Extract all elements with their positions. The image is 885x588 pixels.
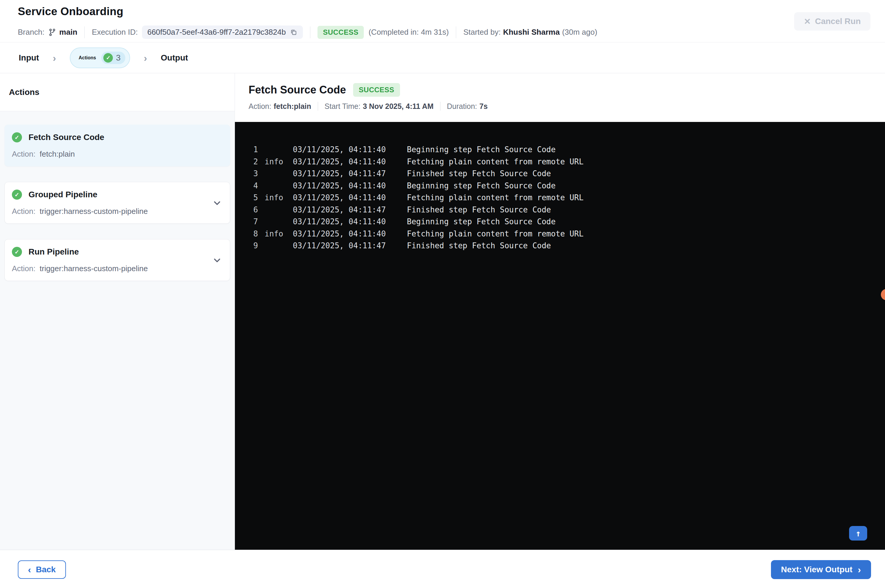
divider	[310, 26, 310, 38]
action-card-run-pipeline[interactable]: ✓ Run Pipeline Action:trigger:harness-cu…	[5, 239, 230, 281]
log-line-number: 1	[253, 144, 265, 156]
log-line: 903/11/2025, 04:11:47Finished step Fetch…	[253, 240, 885, 252]
log-level	[265, 168, 293, 180]
git-branch-icon	[48, 28, 56, 36]
action-card-meta: Action:trigger:harness-custom-pipeline	[12, 207, 223, 216]
branch-label: Branch:	[18, 28, 45, 37]
chevron-down-icon[interactable]	[212, 198, 222, 208]
sidebar-heading: Actions	[0, 73, 235, 111]
close-icon: ✕	[804, 16, 811, 26]
divider	[84, 26, 85, 38]
log-level	[265, 216, 293, 228]
log-message: Beginning step Fetch Source Code	[407, 216, 555, 228]
detail-title-row: Fetch Source Code SUCCESS	[248, 83, 885, 97]
footer-bar: ‹ Back Next: View Output ›	[0, 550, 885, 588]
step-input[interactable]: Input	[19, 53, 39, 63]
completed-in-text: (Completed in: 4m 31s)	[369, 28, 449, 37]
chevron-right-icon: ›	[53, 53, 56, 63]
log-line-number: 8	[253, 228, 265, 240]
action-card-grouped-pipeline[interactable]: ✓ Grouped Pipeline Action:trigger:harnes…	[5, 182, 230, 224]
log-line: 303/11/2025, 04:11:47Finished step Fetch…	[253, 168, 885, 180]
log-message: Fetching plain content from remote URL	[407, 192, 584, 204]
top-header: Service Onboarding Branch: main Executio…	[0, 0, 885, 42]
action-label: Action:	[12, 264, 36, 273]
log-lines: 103/11/2025, 04:11:40Beginning step Fetc…	[235, 122, 885, 252]
chevron-down-icon[interactable]	[212, 255, 222, 265]
log-timestamp: 03/11/2025, 04:11:47	[293, 168, 407, 180]
action-label: Action:	[12, 207, 36, 216]
success-check-icon: ✓	[12, 247, 22, 257]
step-actions[interactable]: Actions ✓ 3	[70, 48, 130, 68]
log-console[interactable]: 103/11/2025, 04:11:40Beginning step Fetc…	[235, 122, 885, 550]
copy-icon[interactable]	[290, 28, 298, 36]
action-label: Action:	[12, 150, 36, 158]
log-line: 603/11/2025, 04:11:47Finished step Fetch…	[253, 204, 885, 216]
log-timestamp: 03/11/2025, 04:11:40	[293, 144, 407, 156]
step-actions-count-pill: ✓ 3	[101, 52, 125, 64]
step-actions-count: 3	[116, 53, 120, 63]
log-line-number: 3	[253, 168, 265, 180]
step-detail-header: Fetch Source Code SUCCESS Action:fetch:p…	[235, 73, 885, 122]
log-message: Finished step Fetch Source Code	[407, 240, 551, 252]
cancel-run-button[interactable]: ✕ Cancel Run	[794, 12, 870, 30]
log-message: Finished step Fetch Source Code	[407, 204, 551, 216]
actions-sidebar: Actions ✓ Fetch Source Code Action:fetch…	[0, 73, 235, 550]
log-message: Fetching plain content from remote URL	[407, 228, 584, 240]
stepper: Input › Actions ✓ 3 › Output	[0, 43, 885, 73]
next-view-output-button[interactable]: Next: View Output ›	[771, 560, 871, 579]
log-line-number: 7	[253, 216, 265, 228]
back-button[interactable]: ‹ Back	[18, 560, 66, 579]
step-output[interactable]: Output	[161, 53, 188, 63]
log-timestamp: 03/11/2025, 04:11:47	[293, 204, 407, 216]
log-line-number: 2	[253, 156, 265, 168]
action-card-fetch-source-code[interactable]: ✓ Fetch Source Code Action:fetch:plain	[5, 124, 230, 166]
log-line: 8info03/11/2025, 04:11:40Fetching plain …	[253, 228, 885, 240]
scroll-to-top-button[interactable]: ↑	[849, 526, 867, 540]
action-card-title: Grouped Pipeline	[29, 190, 98, 200]
arrow-up-icon: ↑	[855, 528, 861, 538]
log-line: 403/11/2025, 04:11:40Beginning step Fetc…	[253, 180, 885, 192]
log-timestamp: 03/11/2025, 04:11:40	[293, 192, 407, 204]
detail-action-label: Action:	[248, 102, 271, 111]
cancel-run-label: Cancel Run	[815, 16, 861, 26]
execution-id-label: Execution ID:	[92, 28, 138, 37]
log-timestamp: 03/11/2025, 04:11:40	[293, 180, 407, 192]
log-level	[265, 144, 293, 156]
log-level	[265, 180, 293, 192]
success-check-icon: ✓	[12, 190, 22, 200]
success-check-icon: ✓	[12, 132, 22, 142]
log-line-number: 5	[253, 192, 265, 204]
check-circle-icon: ✓	[103, 53, 113, 63]
chevron-right-icon: ›	[858, 565, 861, 574]
log-level: info	[265, 192, 293, 204]
action-value: trigger:harness-custom-pipeline	[40, 264, 148, 273]
action-value: trigger:harness-custom-pipeline	[40, 207, 148, 216]
action-card-title: Run Pipeline	[29, 247, 79, 256]
card-title-row: ✓ Fetch Source Code	[12, 132, 223, 142]
action-card-meta: Action:trigger:harness-custom-pipeline	[12, 264, 223, 273]
execution-meta-row: Branch: main Execution ID: 660f50a7-5eef…	[18, 26, 597, 39]
detail-start-label: Start Time:	[325, 102, 361, 111]
started-by-label: Started by:	[463, 28, 501, 37]
chevron-right-icon: ›	[144, 53, 147, 63]
log-line-number: 9	[253, 240, 265, 252]
back-label: Back	[36, 565, 56, 574]
detail-status-badge: SUCCESS	[353, 83, 400, 97]
detail-duration-label: Duration:	[447, 102, 477, 111]
log-level	[265, 240, 293, 252]
detail-action-value: fetch:plain	[274, 102, 311, 111]
action-value: fetch:plain	[40, 150, 75, 158]
actions-list: ✓ Fetch Source Code Action:fetch:plain ✓…	[0, 111, 235, 550]
log-line: 703/11/2025, 04:11:40Beginning step Fetc…	[253, 216, 885, 228]
log-timestamp: 03/11/2025, 04:11:47	[293, 240, 407, 252]
branch-name: main	[59, 28, 78, 37]
log-message: Beginning step Fetch Source Code	[407, 144, 555, 156]
card-title-row: ✓ Run Pipeline	[12, 247, 223, 257]
log-line: 2info03/11/2025, 04:11:40Fetching plain …	[253, 156, 885, 168]
log-line: 5info03/11/2025, 04:11:40Fetching plain …	[253, 192, 885, 204]
started-ago: (30m ago)	[562, 28, 598, 37]
log-line-number: 6	[253, 204, 265, 216]
detail-duration-value: 7s	[479, 102, 488, 111]
execution-id-value: 660f50a7-5eef-43a6-9ff7-2a2179c3824b	[147, 28, 286, 37]
log-level	[265, 204, 293, 216]
